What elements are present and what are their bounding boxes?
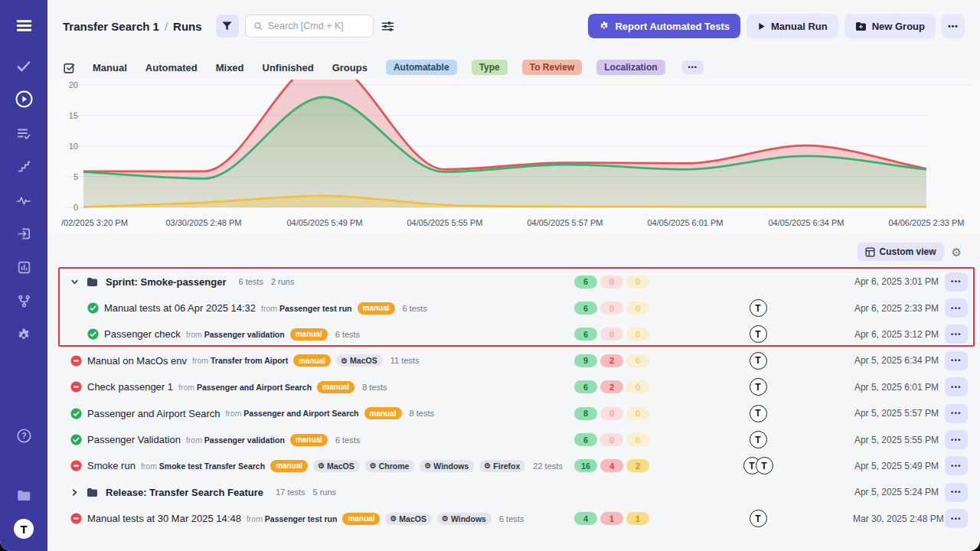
sliders-icon[interactable] xyxy=(381,20,394,33)
avatar[interactable]: T xyxy=(750,378,767,396)
tab-mixed[interactable]: Mixed xyxy=(216,62,244,73)
chevron-down-icon[interactable] xyxy=(70,278,79,286)
status-passed-icon xyxy=(87,328,99,340)
run-row[interactable]: Smoke runfrom Smoke test Transfer Search… xyxy=(47,453,980,479)
pill-localization[interactable]: Localization xyxy=(596,60,665,75)
help-icon[interactable]: ? xyxy=(15,426,34,445)
row-menu-button[interactable]: ••• xyxy=(945,483,968,502)
group-row[interactable]: Sprint: Smoke-passenger6 tests2 runs 600… xyxy=(47,269,980,295)
group-name[interactable]: Release: Transfer Search Feature xyxy=(106,487,263,498)
tab-unfinished[interactable]: Unfinished xyxy=(263,62,314,73)
chevron-right-icon[interactable] xyxy=(70,488,79,497)
env-chip-macos[interactable]: ⚙MacOS xyxy=(385,513,432,525)
pill-type[interactable]: Type xyxy=(472,60,508,75)
manual-run-button[interactable]: Manual Run xyxy=(746,14,838,38)
env-chip-windows[interactable]: ⚙Windows xyxy=(420,460,474,472)
avatar[interactable]: T xyxy=(750,431,767,448)
task-check-icon[interactable] xyxy=(63,61,76,74)
search-box[interactable] xyxy=(245,15,374,37)
x-tick-label: /02/2025 3:20 PM xyxy=(61,218,128,227)
search-input[interactable] xyxy=(268,21,365,31)
runs-icon[interactable] xyxy=(15,90,34,109)
chart-canvas: 05101520 xyxy=(47,80,980,217)
run-name[interactable]: Manual on MacOs env xyxy=(87,355,187,367)
row-menu-button[interactable]: ••• xyxy=(945,324,968,344)
run-name[interactable]: Passenger and Airport Search xyxy=(87,408,220,419)
pulse-icon[interactable] xyxy=(15,191,34,210)
avatar[interactable]: T xyxy=(750,352,767,370)
result-counts: 600 xyxy=(574,328,654,341)
run-name[interactable]: Smoke run xyxy=(87,460,136,471)
run-name[interactable]: Check passenger 1 xyxy=(87,381,173,393)
import-icon[interactable] xyxy=(15,224,34,243)
pill-automatable[interactable]: Automatable xyxy=(386,60,457,75)
assignee-cell: T xyxy=(654,299,853,317)
new-group-button[interactable]: New Group xyxy=(844,14,936,38)
projects-icon[interactable] xyxy=(15,486,34,505)
run-row[interactable]: Passenger and Airport Searchfrom Passeng… xyxy=(47,400,980,426)
app-logo[interactable]: T xyxy=(14,519,34,539)
breadcrumb-project[interactable]: Transfer Search 1 xyxy=(63,20,159,33)
env-chip-firefox[interactable]: ⚙Firefox xyxy=(479,460,525,472)
row-menu-button[interactable]: ••• xyxy=(945,509,968,528)
run-row[interactable]: Manual tests at 06 Apr 2025 14:32from Pa… xyxy=(47,295,980,321)
tests-icon[interactable] xyxy=(15,56,34,75)
avatar[interactable]: T xyxy=(750,405,767,422)
group-runs-count: 5 runs xyxy=(312,487,336,497)
count-passed: 6 xyxy=(574,433,597,446)
pills-more-button[interactable]: ••• xyxy=(682,60,704,74)
avatar[interactable]: T xyxy=(750,325,767,343)
pill-to-review[interactable]: To Review xyxy=(522,60,582,75)
reports-icon[interactable] xyxy=(15,258,34,277)
env-chip-macos[interactable]: ⚙MacOS xyxy=(313,460,360,472)
menu-icon[interactable] xyxy=(15,16,34,35)
count-passed: 8 xyxy=(574,407,597,420)
results-icon[interactable] xyxy=(15,123,34,142)
report-automated-tests-button[interactable]: Report Automated Tests xyxy=(588,14,740,38)
tab-automated[interactable]: Automated xyxy=(145,62,198,73)
header-actions: Report Automated Tests Manual Run New Gr… xyxy=(588,14,965,38)
tab-groups[interactable]: Groups xyxy=(332,62,368,73)
avatar[interactable]: T xyxy=(750,510,767,527)
group-row[interactable]: Release: Transfer Search Feature17 tests… xyxy=(47,479,980,505)
x-tick-label: 04/05/2025 5:55 PM xyxy=(407,218,482,227)
row-menu-button[interactable]: ••• xyxy=(945,430,968,449)
group-name[interactable]: Sprint: Smoke-passenger xyxy=(106,276,227,288)
avatar[interactable]: T xyxy=(756,457,773,474)
integrations-icon[interactable] xyxy=(15,292,34,311)
run-row[interactable]: Manual on MacOs envfrom Transfer from Ai… xyxy=(47,347,980,373)
filter-button[interactable] xyxy=(216,15,239,37)
run-row[interactable]: Passenger Validationfrom Passenger valid… xyxy=(47,426,980,452)
env-chip-windows[interactable]: ⚙Windows xyxy=(437,513,492,525)
breadcrumb-separator: / xyxy=(165,20,168,33)
row-menu-button[interactable]: ••• xyxy=(945,404,968,423)
header-more-button[interactable]: ••• xyxy=(942,14,965,38)
row-menu-button[interactable]: ••• xyxy=(945,456,968,475)
run-row[interactable]: Check passenger 1from Passenger and Airp… xyxy=(47,374,980,400)
row-menu-button[interactable]: ••• xyxy=(945,351,968,370)
run-name[interactable]: Manual tests at 06 Apr 2025 14:32 xyxy=(104,302,256,314)
run-type-tag: manual xyxy=(270,460,308,472)
run-name[interactable]: Manual tests at 30 Mar 2025 14:48 xyxy=(87,513,241,524)
row-menu-button[interactable]: ••• xyxy=(945,298,968,318)
run-name[interactable]: Passenger check xyxy=(104,328,181,340)
run-date: Apr 5, 2025 5:57 PM xyxy=(853,408,939,419)
run-type-tag: manual xyxy=(290,434,328,446)
view-settings-gear-icon[interactable]: ⚙ xyxy=(952,246,962,258)
tab-manual[interactable]: Manual xyxy=(93,62,127,73)
custom-view-button[interactable]: Custom view xyxy=(858,243,944,261)
env-chip-chrome[interactable]: ⚙Chrome xyxy=(365,460,415,472)
status-failed-icon xyxy=(70,381,82,393)
x-tick-label: 04/06/2025 2:33 PM xyxy=(888,218,964,227)
settings-icon[interactable] xyxy=(15,325,34,344)
milestones-icon[interactable] xyxy=(15,157,34,176)
row-menu-button[interactable]: ••• xyxy=(945,272,968,292)
run-row[interactable]: Passenger checkfrom Passenger validation… xyxy=(47,321,980,347)
row-menu-button[interactable]: ••• xyxy=(945,377,968,396)
run-row[interactable]: Manual tests at 30 Mar 2025 14:48from Pa… xyxy=(47,506,980,532)
assignee-cell: TT xyxy=(654,457,853,474)
run-name[interactable]: Passenger Validation xyxy=(87,434,181,445)
env-chip-macos[interactable]: ⚙MacOS xyxy=(336,354,383,367)
count-skipped: 0 xyxy=(626,433,649,446)
avatar[interactable]: T xyxy=(750,299,767,317)
